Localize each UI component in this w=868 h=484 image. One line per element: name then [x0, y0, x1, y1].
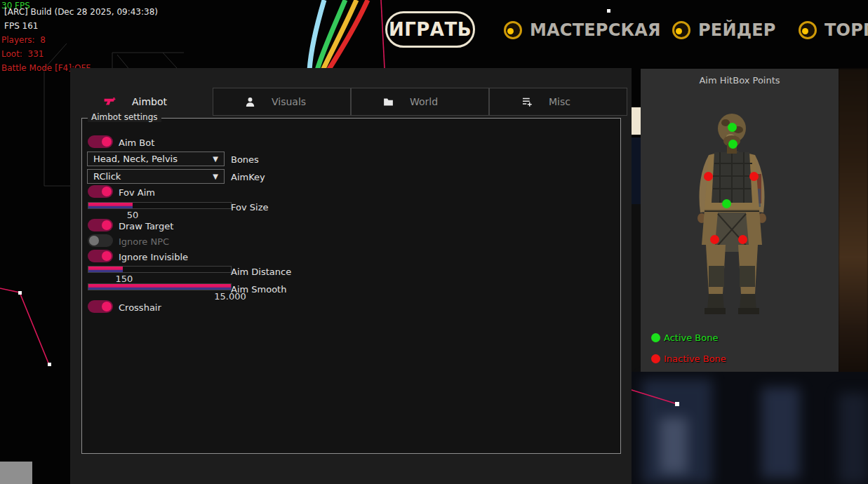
group-title: Aimbot settings — [88, 112, 161, 122]
toggle-knob — [102, 187, 112, 196]
slider-label: Fov Size — [231, 202, 268, 213]
slider-label: Aim Smooth — [231, 284, 286, 295]
hitbox-point-neck[interactable] — [728, 140, 737, 149]
menu-item-label: МАСТЕРСКАЯ — [530, 20, 661, 40]
dropdown-label: AimKey — [231, 172, 265, 182]
aim-distance-slider[interactable] — [88, 266, 232, 273]
chevron-down-icon: ▼ — [213, 170, 218, 183]
slider-label: Aim Distance — [231, 267, 291, 277]
toggle-ignore-invisible[interactable] — [88, 250, 113, 262]
hitbox-panel-title: Aim HitBox Points — [641, 75, 839, 86]
hitbox-panel: Aim HitBox Points — [641, 69, 839, 372]
cheat-menu-window: Aimbot Visuals World Misc — [70, 68, 632, 484]
hitbox-point-left-shoulder[interactable] — [704, 172, 713, 181]
inactive-bone-label: Inactive Bone — [664, 354, 726, 364]
menu-item-label: ТОРГО — [824, 20, 868, 40]
dropdown-value: RClick — [93, 171, 121, 182]
esp-node-square — [18, 291, 22, 295]
tab-label: Visuals — [272, 96, 306, 107]
active-bone-dot — [651, 333, 660, 342]
toggle-fov-aim[interactable] — [88, 185, 113, 198]
esp-node-square — [607, 9, 610, 13]
toggle-label: Crosshair — [119, 302, 161, 313]
toggle-label: Ignore Invisible — [119, 252, 188, 262]
esp-node-square — [48, 363, 51, 366]
inactive-bone-dot — [651, 354, 660, 363]
toggle-knob — [102, 137, 112, 147]
playlist-add-icon — [521, 95, 533, 108]
active-bone-label: Active Bone — [664, 332, 718, 343]
tab-world[interactable]: World — [351, 88, 489, 116]
esp-node-square — [675, 402, 679, 406]
hud-game-fps: FPS 161 — [4, 21, 38, 31]
hitbox-point-pelvis[interactable] — [722, 199, 731, 208]
tab-visuals[interactable]: Visuals — [213, 88, 351, 116]
menu-item-raider[interactable]: РЕЙДЕР — [672, 20, 776, 40]
play-button[interactable]: ИГРАТЬ — [385, 11, 475, 48]
hitbox-point-right-knee[interactable] — [738, 235, 747, 244]
hitbox-point-right-shoulder[interactable] — [749, 172, 759, 181]
toggle-knob — [102, 302, 112, 311]
dropdown-value: Head, Neck, Pelvis — [93, 154, 178, 164]
scrap-coin-icon — [799, 21, 817, 39]
pistol-icon — [103, 95, 116, 109]
slider-fill — [88, 267, 123, 272]
aim-smooth-slider[interactable] — [88, 283, 232, 290]
toggle-ignore-npc[interactable] — [88, 234, 113, 247]
dropdown-label: Bones — [231, 154, 259, 165]
toggle-knob — [89, 236, 99, 246]
aimbot-settings-group: Aimbot settings Aim Bot Head, Neck, Pelv… — [81, 118, 621, 454]
chevron-down-icon: ▼ — [213, 152, 218, 166]
slider-fill — [88, 203, 133, 208]
hitbox-point-left-knee[interactable] — [710, 235, 719, 244]
menu-item-label: РЕЙДЕР — [698, 20, 776, 40]
hud-build-info: [ARC] Build (Dec 28 2025, 09:43:38) — [4, 7, 158, 17]
hud-players-count: Players: 8 — [1, 35, 46, 45]
tab-label: Aimbot — [132, 96, 167, 107]
slider-value: 150 — [110, 274, 138, 284]
menu-item-trade[interactable]: ТОРГО — [799, 20, 868, 40]
rainbow-stripes — [309, 0, 368, 70]
toggle-label: Draw Target — [119, 221, 173, 231]
toggle-crosshair[interactable] — [88, 300, 113, 313]
toggle-label: Aim Bot — [119, 137, 154, 148]
toggle-knob — [102, 251, 112, 261]
scrap-coin-icon — [672, 21, 690, 39]
tab-misc[interactable]: Misc — [489, 88, 627, 116]
folder-icon — [382, 96, 394, 108]
toggle-aim-bot[interactable] — [88, 135, 113, 148]
aimkey-dropdown[interactable]: RClick ▼ — [87, 169, 225, 184]
toggle-label: Fov Aim — [119, 187, 155, 198]
hitbox-point-head[interactable] — [728, 123, 737, 132]
slider-value: 50 — [119, 210, 147, 220]
bones-dropdown[interactable]: Head, Neck, Pelvis ▼ — [87, 152, 225, 166]
toggle-knob — [102, 220, 112, 230]
person-icon — [244, 96, 256, 108]
menu-item-workshop[interactable]: МАСТЕРСКАЯ — [504, 20, 661, 40]
fov-size-slider[interactable] — [88, 202, 232, 209]
tab-aimbot[interactable]: Aimbot — [72, 88, 211, 116]
tab-label: Misc — [549, 96, 570, 107]
hud-loot-count: Loot: 331 — [1, 49, 44, 59]
tab-label: World — [410, 96, 438, 107]
player-model — [679, 107, 792, 318]
toggle-draw-target[interactable] — [88, 219, 113, 231]
toggle-label: Ignore NPC — [119, 236, 169, 247]
slider-fill — [88, 284, 231, 290]
scrap-coin-icon — [504, 21, 522, 39]
screen: 30 FPS [ARC] Build (Dec 28 2025, 09:43:3… — [0, 0, 868, 484]
